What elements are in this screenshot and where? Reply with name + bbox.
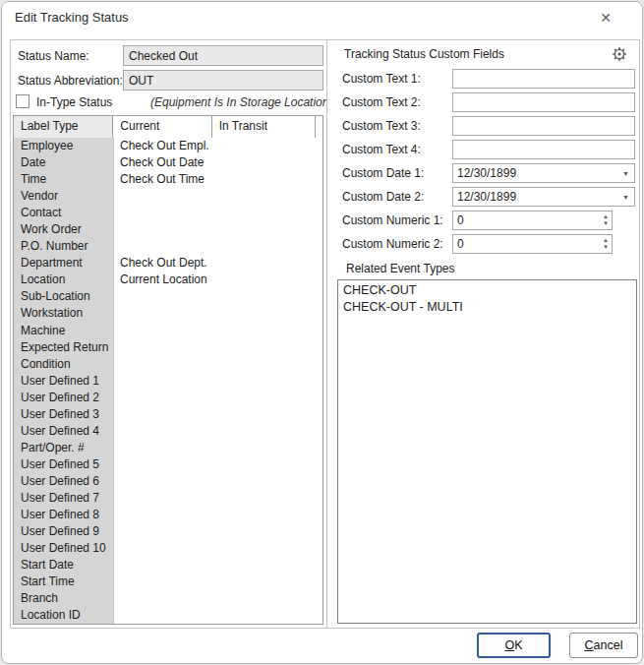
cell-transit[interactable] [213,523,318,540]
cell-transit[interactable] [213,255,318,272]
table-row[interactable]: Branch [14,590,322,607]
cell-current[interactable]: Check Out Date [114,154,213,171]
cell-current[interactable] [114,205,213,221]
cell-current[interactable] [114,356,213,373]
custom-text-input[interactable] [452,140,635,159]
cell-transit[interactable] [213,305,318,322]
cell-transit[interactable] [213,238,318,255]
spin-down-icon[interactable]: ▼ [603,244,609,251]
table-row[interactable]: User Defined 3 [14,406,322,423]
custom-text-input[interactable] [452,92,635,112]
cell-transit[interactable] [213,138,318,154]
cell-transit[interactable] [213,356,318,373]
table-row[interactable]: Start Time [14,574,322,590]
custom-text-input[interactable] [452,69,635,89]
table-row[interactable]: Expected Return [14,339,322,356]
table-row[interactable]: User Defined 7 [14,490,322,507]
cell-transit[interactable] [213,390,318,406]
in-type-status-checkbox[interactable] [16,94,29,108]
spin-up-icon[interactable]: ▲ [603,213,609,220]
cell-current[interactable] [114,288,213,305]
cell-transit[interactable] [213,323,318,339]
cell-transit[interactable] [213,490,318,507]
custom-date-input[interactable] [452,187,635,207]
custom-numeric-input[interactable] [452,211,613,230]
table-row[interactable]: Part/Oper. # [14,440,322,456]
table-row[interactable]: Workstation [14,305,322,322]
grid-header-current[interactable]: Current [113,116,211,138]
cell-transit[interactable] [213,288,318,305]
table-row[interactable]: Work Order [14,221,322,238]
ok-button[interactable]: OK [477,633,551,658]
cell-current[interactable] [114,456,213,473]
cell-transit[interactable] [213,557,318,574]
cell-transit[interactable] [213,154,318,171]
cell-transit[interactable] [213,205,318,221]
table-row[interactable]: User Defined 5 [14,456,322,473]
cell-transit[interactable] [213,188,318,205]
chevron-down-icon[interactable]: ▼ [622,170,629,177]
cell-transit[interactable] [213,440,318,456]
custom-text-input[interactable] [452,116,635,136]
cell-transit[interactable] [213,406,318,423]
cell-current[interactable]: Check Out Empl. [114,138,213,154]
cell-current[interactable] [114,440,213,456]
custom-date-input[interactable] [452,163,635,183]
cell-transit[interactable] [213,423,318,440]
cell-current[interactable] [114,221,213,238]
numeric-spinner[interactable]: ▲▼ [599,211,613,230]
grid-header-label-type[interactable]: Label Type [14,116,113,138]
numeric-spinner[interactable]: ▲▼ [599,234,613,254]
cell-current[interactable] [114,473,213,490]
cell-transit[interactable] [213,373,318,390]
cell-current[interactable] [114,523,213,540]
cell-current[interactable] [114,607,213,624]
cell-transit[interactable] [213,507,318,523]
table-row[interactable]: Sub-Location [14,288,322,305]
spin-up-icon[interactable]: ▲ [603,237,609,244]
table-row[interactable]: DepartmentCheck Out Dept. [14,255,322,272]
status-name-field[interactable] [123,45,323,66]
spin-down-icon[interactable]: ▼ [603,220,609,227]
table-row[interactable]: User Defined 10 [14,540,322,557]
cell-current[interactable] [114,574,213,590]
related-event-types-listbox[interactable]: CHECK-OUTCHECK-OUT - MULTI [337,279,637,624]
table-row[interactable]: DateCheck Out Date [14,154,322,171]
cell-transit[interactable] [213,590,318,607]
cell-transit[interactable] [213,540,318,557]
table-row[interactable]: LocationCurrent Location [14,272,322,288]
cell-transit[interactable] [213,456,318,473]
table-row[interactable]: User Defined 2 [14,390,322,406]
cell-current[interactable] [114,507,213,523]
cell-current[interactable]: Check Out Time [114,171,213,188]
cell-current[interactable] [114,373,213,390]
table-row[interactable]: User Defined 4 [14,423,322,440]
cell-transit[interactable] [213,607,318,624]
gear-icon[interactable] [611,45,628,63]
cell-transit[interactable] [213,473,318,490]
table-row[interactable]: Condition [14,356,322,373]
list-item[interactable]: CHECK-OUT - MULTI [338,299,636,316]
cell-current[interactable] [114,557,213,574]
table-row[interactable]: TimeCheck Out Time [14,171,322,188]
table-row[interactable]: User Defined 8 [14,507,322,523]
cell-current[interactable] [114,339,213,356]
table-row[interactable]: P.O. Number [14,238,322,255]
table-row[interactable]: Location ID [14,607,322,624]
cell-transit[interactable] [213,221,318,238]
cell-current[interactable] [114,188,213,205]
table-row[interactable]: User Defined 6 [14,473,322,490]
table-row[interactable]: User Defined 9 [14,523,322,540]
cell-current[interactable] [114,238,213,255]
cell-current[interactable] [114,490,213,507]
cell-current[interactable] [114,423,213,440]
table-row[interactable]: Start Date [14,557,322,574]
table-row[interactable]: Machine [14,323,322,339]
cell-transit[interactable] [213,574,318,590]
table-row[interactable]: Contact [14,205,322,221]
cell-current[interactable] [114,305,213,322]
cell-current[interactable]: Current Location [114,272,213,288]
cell-current[interactable] [114,406,213,423]
close-icon[interactable]: ✕ [595,7,616,29]
custom-numeric-input[interactable] [452,234,613,254]
